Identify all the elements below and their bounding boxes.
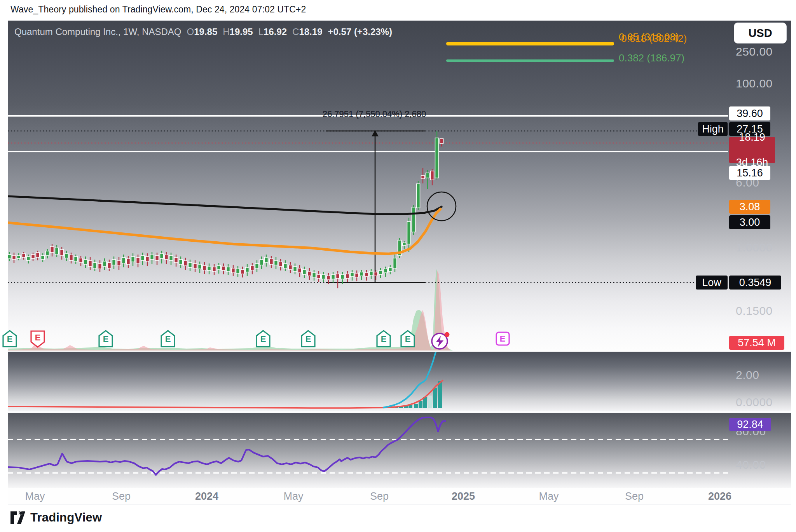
earnings-badge-green[interactable]: E	[300, 330, 316, 348]
open-label: O	[187, 26, 194, 37]
main-chart-pane[interactable]	[8, 21, 791, 351]
change-value: +0.57 (+3.23%)	[328, 26, 392, 37]
price-label-level-15-16: 15.16	[729, 166, 770, 180]
fib-line-0382[interactable]	[446, 59, 614, 62]
earnings-icon: E	[300, 330, 316, 348]
earnings-badge-green[interactable]: E	[255, 330, 271, 348]
earnings-badge-green[interactable]: E	[376, 330, 391, 348]
price-scale-value: 100.00	[736, 77, 773, 90]
svg-text:E: E	[381, 334, 387, 344]
price-scale-value: 40.00	[736, 458, 766, 471]
tradingview-footer[interactable]: TradingView	[10, 511, 102, 525]
price-label-last-price-countdown: 18.193d 16h	[729, 137, 775, 163]
earnings-badge-green[interactable]: E	[400, 330, 415, 348]
price-label-level-3-08: 3.08	[729, 200, 770, 214]
symbol-title: Quantum Computing Inc., 1W, NASDAQ	[14, 26, 182, 37]
price-label-low-value: 0.3549	[729, 276, 781, 290]
published-line: Wave_Theory published on TradingView.com…	[10, 4, 306, 15]
close-label: C	[292, 26, 299, 37]
earnings-badge-green[interactable]: E	[160, 330, 176, 348]
earnings-icon: E	[376, 330, 391, 348]
earnings-badge-pink[interactable]: E	[495, 330, 510, 348]
time-axis-label: May	[539, 490, 559, 502]
price-label-low-tag: Low	[696, 276, 728, 290]
time-axis-label: Sep	[112, 490, 131, 502]
open-value: 19.85	[194, 26, 217, 37]
tradingview-wordmark: TradingView	[30, 511, 102, 525]
svg-text:E: E	[500, 334, 506, 344]
rsi-pane[interactable]	[8, 413, 791, 488]
svg-text:E: E	[405, 334, 411, 344]
earnings-icon: E	[400, 330, 415, 348]
time-axis-label: 2025	[452, 490, 475, 502]
svg-text:E: E	[103, 334, 109, 344]
price-scale-value: 0.1500	[736, 304, 773, 317]
earnings-icon: E	[98, 330, 113, 348]
currency-button-label: USD	[748, 27, 772, 40]
fib-label-065: 0.65 (318.08) 0.618 (302.42)	[619, 31, 712, 44]
earnings-badge-green[interactable]: E	[2, 330, 17, 348]
low-value: 16.92	[264, 26, 287, 37]
fib-line-065[interactable]	[446, 42, 614, 45]
earnings-icon: E	[30, 330, 45, 348]
price-scale-value: 250.00	[736, 45, 773, 58]
svg-text:E: E	[260, 334, 266, 344]
fib-label-0618-text: 0.618 (302.42)	[621, 33, 687, 45]
svg-text:E: E	[165, 334, 171, 344]
time-axis-label: Sep	[625, 490, 644, 502]
time-axis-label: May	[283, 490, 303, 502]
high-label: H	[223, 26, 229, 37]
svg-text:E: E	[7, 334, 13, 344]
currency-button[interactable]: USD	[734, 23, 787, 44]
flash-event-icon[interactable]	[430, 331, 450, 351]
symbol-legend[interactable]: Quantum Computing Inc., 1W, NASDAQO19.85…	[14, 26, 392, 37]
svg-text:E: E	[305, 334, 311, 344]
high-value: 19.95	[230, 26, 253, 37]
price-label-high-tag: High	[698, 122, 728, 136]
price-label-level-3-00: 3.00	[729, 215, 770, 229]
price-label-rsi-value: 92.84	[729, 418, 771, 431]
price-scale-value: 0.0000	[736, 396, 773, 409]
price-label-level-39-60: 39.60	[729, 106, 770, 120]
time-axis-label: 2026	[708, 490, 731, 502]
low-label: L	[258, 26, 264, 37]
time-axis-label: May	[25, 490, 45, 502]
earnings-icon: E	[160, 330, 176, 348]
lightning-icon	[430, 331, 450, 351]
tradingview-snapshot: Wave_Theory published on TradingView.com…	[0, 0, 796, 532]
earnings-icon: E	[495, 330, 510, 348]
tradingview-logo-icon	[10, 511, 25, 524]
time-axis-label: 2024	[195, 490, 218, 502]
price-scale-value: 2.00	[736, 368, 759, 382]
measure-annotation-label[interactable]: 26.7951 (7,550.04%) 2,680	[323, 109, 426, 119]
time-axis-label: Sep	[370, 490, 389, 502]
earnings-badge-red[interactable]: E	[30, 330, 45, 348]
svg-text:E: E	[35, 333, 41, 342]
earnings-icon: E	[255, 330, 271, 348]
earnings-icon: E	[2, 330, 17, 348]
indicator-pane[interactable]	[8, 352, 791, 411]
earnings-badge-green[interactable]: E	[98, 330, 113, 348]
close-value: 18.19	[299, 26, 322, 37]
price-scale-value: 1.0000	[736, 241, 773, 254]
price-label-volume-value: 57.54 M	[729, 336, 784, 350]
fib-label-0382: 0.382 (186.97)	[619, 52, 684, 64]
